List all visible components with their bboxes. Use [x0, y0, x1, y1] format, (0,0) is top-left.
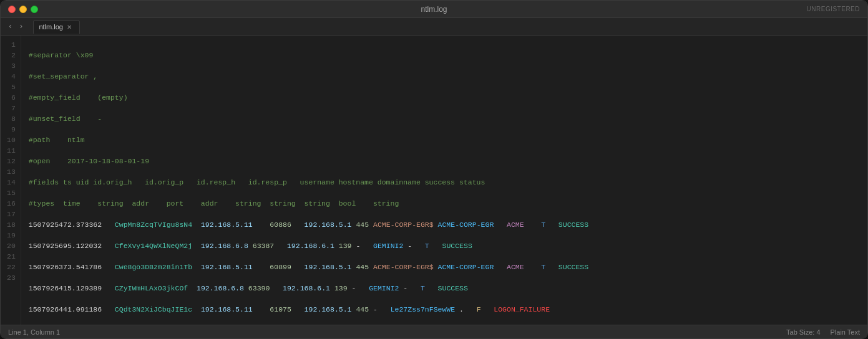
- line-11: 1507926373.541786 Cwe8go3DBzm28in1Tb 192…: [29, 262, 860, 272]
- code-lines: #separator \x09 #set_separator , #empty_…: [29, 39, 860, 325]
- traffic-lights: [8, 6, 38, 13]
- line-10: 1507925695.122032 CfeXvy14QWXlNeQM2j 192…: [29, 241, 860, 251]
- tab-close-icon[interactable]: ✕: [67, 24, 72, 31]
- line-4: #unset_field -: [29, 113, 860, 124]
- nav-forward-icon[interactable]: ›: [16, 21, 26, 32]
- nav-back-icon[interactable]: ‹: [6, 21, 15, 32]
- title-bar: ntlm.log UNREGISTERED: [1, 1, 867, 18]
- status-left: Line 1, Column 1: [8, 328, 60, 336]
- unregistered-badge: UNREGISTERED: [807, 6, 860, 12]
- line-7: #fields ts uid id.orig_h id.orig_p id.re…: [29, 177, 860, 188]
- tab-label: ntlm.log: [39, 23, 63, 31]
- status-file-type: Plain Text: [831, 328, 861, 336]
- status-position: Line 1, Column 1: [8, 328, 60, 336]
- code-editor[interactable]: #separator \x09 #set_separator , #empty_…: [21, 36, 867, 325]
- status-right: Tab Size: 4 Plain Text: [786, 328, 860, 336]
- minimize-button[interactable]: [19, 6, 27, 13]
- content-area: 12345 678910 1112131415 1617181920 21222…: [1, 36, 867, 325]
- line-8: #types time string addr port addr string…: [29, 198, 860, 209]
- close-button[interactable]: [8, 6, 16, 13]
- tab-bar: ‹ › ntlm.log ✕: [1, 18, 867, 36]
- nav-arrows: ‹ ›: [6, 21, 26, 32]
- line-9: 1507925472.373362 CwpMn8ZcqTVIgu8sN4 192…: [29, 219, 860, 230]
- line-1: #separator \x09: [29, 50, 860, 60]
- line-13: 1507926441.091186 CQdt3N2XiJCbqJIE1c 192…: [29, 304, 860, 315]
- maximize-button[interactable]: [31, 6, 38, 13]
- line-5: #path ntlm: [29, 135, 860, 145]
- main-window: ntlm.log UNREGISTERED ‹ › ntlm.log ✕ 123…: [0, 0, 868, 339]
- tab-ntlm-log[interactable]: ntlm.log ✕: [33, 20, 80, 34]
- line-6: #open 2017-10-18-08-01-19: [29, 156, 860, 166]
- window-title: ntlm.log: [421, 5, 447, 14]
- status-bar: Line 1, Column 1 Tab Size: 4 Plain Text: [1, 325, 867, 338]
- status-tab-size: Tab Size: 4: [786, 328, 820, 336]
- line-2: #set_separator ,: [29, 71, 860, 82]
- line-3: #empty_field (empty): [29, 92, 860, 103]
- line-12: 1507926415.129389 CZyIWmHLAxO3jkCOf 192.…: [29, 283, 860, 294]
- line-numbers: 12345 678910 1112131415 1617181920 21222…: [1, 36, 21, 325]
